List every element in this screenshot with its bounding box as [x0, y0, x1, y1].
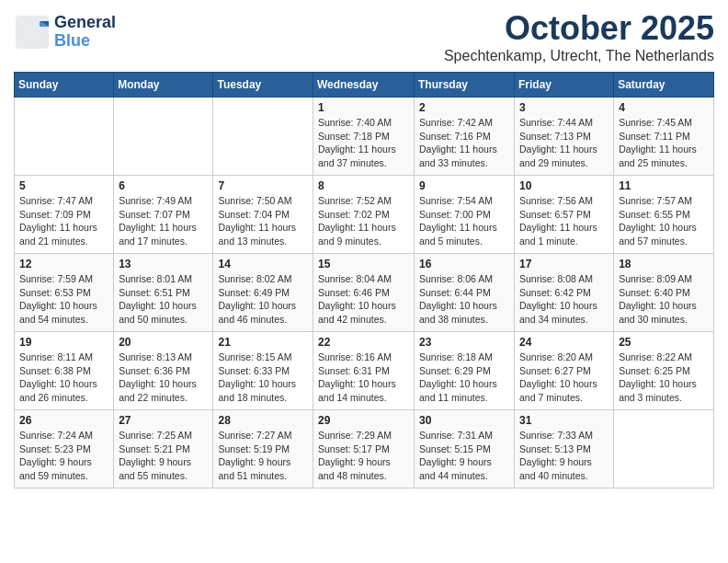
day-number: 27	[119, 414, 208, 427]
logo-line1: General	[54, 14, 116, 32]
day-number: 16	[419, 258, 509, 270]
calendar-cell: 15Sunrise: 8:04 AMSunset: 6:46 PMDayligh…	[313, 254, 415, 332]
weekday-header-monday: Monday	[114, 73, 213, 98]
calendar-week-3: 12Sunrise: 7:59 AMSunset: 6:53 PMDayligh…	[15, 254, 714, 332]
day-number: 25	[619, 336, 709, 349]
weekday-header-friday: Friday	[515, 73, 614, 98]
calendar-week-4: 19Sunrise: 8:11 AMSunset: 6:38 PMDayligh…	[15, 332, 714, 410]
calendar-cell: 31Sunrise: 7:33 AMSunset: 5:13 PMDayligh…	[515, 410, 614, 488]
day-number: 15	[318, 258, 409, 270]
calendar-cell: 25Sunrise: 8:22 AMSunset: 6:25 PMDayligh…	[614, 332, 714, 410]
day-number: 3	[519, 101, 609, 114]
day-info: Sunrise: 8:01 AMSunset: 6:51 PMDaylight:…	[119, 272, 208, 327]
day-number: 30	[419, 414, 509, 427]
day-info: Sunrise: 7:44 AMSunset: 7:13 PMDaylight:…	[519, 116, 609, 170]
logo: General Blue	[14, 14, 116, 51]
logo-line2: Blue	[54, 32, 116, 51]
day-info: Sunrise: 7:54 AMSunset: 7:00 PMDaylight:…	[419, 194, 509, 248]
calendar-cell: 24Sunrise: 8:20 AMSunset: 6:27 PMDayligh…	[515, 332, 614, 410]
day-info: Sunrise: 7:40 AMSunset: 7:18 PMDaylight:…	[318, 116, 409, 170]
day-number: 5	[19, 179, 108, 192]
calendar-week-5: 26Sunrise: 7:24 AMSunset: 5:23 PMDayligh…	[15, 410, 714, 488]
day-number: 2	[419, 101, 509, 114]
day-info: Sunrise: 8:16 AMSunset: 6:31 PMDaylight:…	[318, 350, 409, 405]
day-info: Sunrise: 8:08 AMSunset: 6:42 PMDaylight:…	[519, 272, 609, 327]
day-info: Sunrise: 7:42 AMSunset: 7:16 PMDaylight:…	[419, 116, 509, 170]
weekday-header-sunday: Sunday	[15, 73, 114, 98]
title-block: October 2025 Spechtenkamp, Utrecht, The …	[444, 9, 714, 64]
day-info: Sunrise: 7:56 AMSunset: 6:57 PMDaylight:…	[519, 194, 609, 248]
calendar-cell: 17Sunrise: 8:08 AMSunset: 6:42 PMDayligh…	[515, 254, 614, 332]
calendar-table: SundayMondayTuesdayWednesdayThursdayFrid…	[14, 72, 714, 488]
calendar-cell: 7Sunrise: 7:50 AMSunset: 7:04 PMDaylight…	[213, 176, 313, 254]
day-info: Sunrise: 7:52 AMSunset: 7:02 PMDaylight:…	[318, 194, 409, 248]
calendar-cell: 11Sunrise: 7:57 AMSunset: 6:55 PMDayligh…	[614, 176, 714, 254]
calendar-cell: 28Sunrise: 7:27 AMSunset: 5:19 PMDayligh…	[213, 410, 313, 488]
day-number: 4	[619, 101, 709, 114]
page-header: General Blue October 2025 Spechtenkamp, …	[14, 9, 714, 64]
calendar-cell: 23Sunrise: 8:18 AMSunset: 6:29 PMDayligh…	[415, 332, 515, 410]
calendar-cell: 26Sunrise: 7:24 AMSunset: 5:23 PMDayligh…	[15, 410, 114, 488]
day-info: Sunrise: 8:06 AMSunset: 6:44 PMDaylight:…	[419, 272, 509, 327]
calendar-cell: 5Sunrise: 7:47 AMSunset: 7:09 PMDaylight…	[15, 176, 114, 254]
calendar-header-row: SundayMondayTuesdayWednesdayThursdayFrid…	[15, 73, 714, 98]
calendar-cell: 1Sunrise: 7:40 AMSunset: 7:18 PMDaylight…	[313, 98, 415, 176]
svg-rect-0	[16, 16, 49, 49]
day-info: Sunrise: 8:18 AMSunset: 6:29 PMDaylight:…	[419, 350, 509, 405]
day-number: 1	[318, 101, 409, 114]
day-info: Sunrise: 8:20 AMSunset: 6:27 PMDaylight:…	[519, 350, 609, 405]
calendar-cell: 30Sunrise: 7:31 AMSunset: 5:15 PMDayligh…	[415, 410, 515, 488]
calendar-cell: 3Sunrise: 7:44 AMSunset: 7:13 PMDaylight…	[515, 98, 614, 176]
calendar-cell: 21Sunrise: 8:15 AMSunset: 6:33 PMDayligh…	[213, 332, 313, 410]
weekday-header-saturday: Saturday	[614, 73, 714, 98]
calendar-cell: 12Sunrise: 7:59 AMSunset: 6:53 PMDayligh…	[15, 254, 114, 332]
day-info: Sunrise: 7:24 AMSunset: 5:23 PMDaylight:…	[19, 429, 108, 483]
day-info: Sunrise: 7:49 AMSunset: 7:07 PMDaylight:…	[119, 194, 208, 248]
day-number: 31	[519, 414, 609, 427]
calendar-cell: 4Sunrise: 7:45 AMSunset: 7:11 PMDaylight…	[614, 98, 714, 176]
calendar-cell: 22Sunrise: 8:16 AMSunset: 6:31 PMDayligh…	[313, 332, 415, 410]
day-info: Sunrise: 7:47 AMSunset: 7:09 PMDaylight:…	[19, 194, 108, 248]
day-number: 19	[19, 336, 108, 349]
day-number: 7	[218, 179, 308, 192]
calendar-cell	[614, 410, 714, 488]
day-info: Sunrise: 7:45 AMSunset: 7:11 PMDaylight:…	[619, 116, 709, 170]
day-info: Sunrise: 7:50 AMSunset: 7:04 PMDaylight:…	[218, 194, 308, 248]
day-info: Sunrise: 7:31 AMSunset: 5:15 PMDaylight:…	[419, 429, 509, 483]
calendar-cell: 2Sunrise: 7:42 AMSunset: 7:16 PMDaylight…	[415, 98, 515, 176]
calendar-cell: 27Sunrise: 7:25 AMSunset: 5:21 PMDayligh…	[114, 410, 213, 488]
day-number: 21	[218, 336, 308, 349]
calendar-cell: 20Sunrise: 8:13 AMSunset: 6:36 PMDayligh…	[114, 332, 213, 410]
day-info: Sunrise: 7:27 AMSunset: 5:19 PMDaylight:…	[218, 429, 308, 483]
location-subtitle: Spechtenkamp, Utrecht, The Netherlands	[444, 48, 714, 64]
day-number: 26	[19, 414, 108, 427]
day-number: 10	[519, 179, 609, 192]
day-number: 6	[119, 179, 208, 192]
day-number: 23	[419, 336, 509, 349]
calendar-cell	[114, 98, 213, 176]
day-number: 9	[419, 179, 509, 192]
calendar-week-1: 1Sunrise: 7:40 AMSunset: 7:18 PMDaylight…	[15, 98, 714, 176]
day-number: 24	[519, 336, 609, 349]
calendar-cell	[213, 98, 313, 176]
day-number: 12	[19, 258, 108, 270]
calendar-cell: 9Sunrise: 7:54 AMSunset: 7:00 PMDaylight…	[415, 176, 515, 254]
calendar-cell: 13Sunrise: 8:01 AMSunset: 6:51 PMDayligh…	[114, 254, 213, 332]
logo-icon	[14, 14, 51, 51]
day-number: 20	[119, 336, 208, 349]
calendar-cell: 8Sunrise: 7:52 AMSunset: 7:02 PMDaylight…	[313, 176, 415, 254]
weekday-header-thursday: Thursday	[415, 73, 515, 98]
day-info: Sunrise: 8:04 AMSunset: 6:46 PMDaylight:…	[318, 272, 409, 327]
day-number: 28	[218, 414, 308, 427]
day-info: Sunrise: 8:11 AMSunset: 6:38 PMDaylight:…	[19, 350, 108, 405]
day-number: 18	[619, 258, 709, 270]
day-number: 17	[519, 258, 609, 270]
calendar-cell: 29Sunrise: 7:29 AMSunset: 5:17 PMDayligh…	[313, 410, 415, 488]
day-info: Sunrise: 8:15 AMSunset: 6:33 PMDaylight:…	[218, 350, 308, 405]
day-number: 29	[318, 414, 409, 427]
day-info: Sunrise: 7:33 AMSunset: 5:13 PMDaylight:…	[519, 429, 609, 483]
day-info: Sunrise: 7:57 AMSunset: 6:55 PMDaylight:…	[619, 194, 709, 248]
weekday-header-wednesday: Wednesday	[313, 73, 415, 98]
calendar-week-2: 5Sunrise: 7:47 AMSunset: 7:09 PMDaylight…	[15, 176, 714, 254]
day-info: Sunrise: 7:29 AMSunset: 5:17 PMDaylight:…	[318, 429, 409, 483]
